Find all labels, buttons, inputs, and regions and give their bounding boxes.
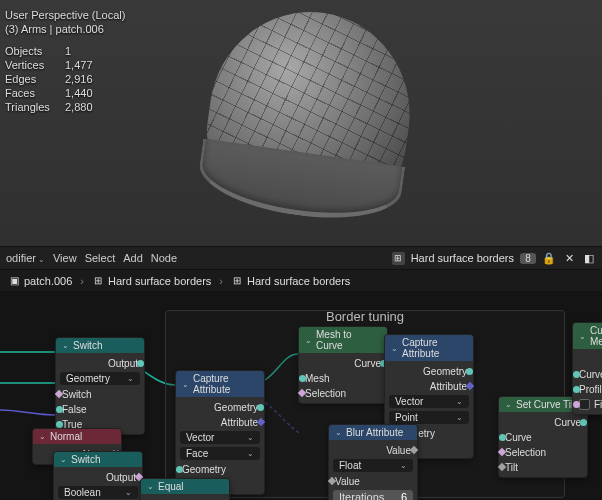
node-header[interactable]: Blur Attribute (329, 425, 417, 440)
fill-caps-checkbox[interactable] (579, 399, 590, 410)
menu-node[interactable]: Node (151, 252, 177, 264)
bc-object[interactable]: patch.006 (24, 275, 72, 287)
fake-user-icon[interactable]: 🔒 (542, 251, 556, 265)
switch-type-dropdown[interactable]: Boolean (58, 486, 138, 499)
users-badge[interactable]: 8 (520, 253, 536, 264)
capture-domain-dropdown[interactable]: Face (180, 447, 260, 460)
node-blur-attribute[interactable]: Blur Attribute Value Float Value Iterati… (328, 424, 418, 500)
mesh-icon: ▣ (8, 275, 20, 287)
node-header[interactable]: Normal (33, 429, 121, 444)
mesh-preview (190, 2, 430, 242)
menu-view[interactable]: View (53, 252, 77, 264)
capture-domain-dropdown[interactable]: Point (389, 411, 469, 424)
node-header[interactable]: Equal (141, 479, 229, 494)
node-mesh-to-curve[interactable]: Mesh to Curve Curve Mesh Selection (298, 326, 388, 404)
node-switch-boolean[interactable]: Switch Output Boolean Switch False True (53, 451, 143, 500)
node-editor-canvas[interactable]: Border tuning Switch Output Geometry Swi… (0, 292, 602, 500)
node-curve-to-mesh[interactable]: Curve to Mesh Mesh Curve Profile Curve F… (572, 322, 602, 415)
perspective-label: User Perspective (Local) (5, 8, 125, 22)
node-switch-geometry[interactable]: Switch Output Geometry Switch False True (55, 337, 145, 435)
capture-type-dropdown[interactable]: Vector (389, 395, 469, 408)
viewport-3d[interactable]: User Perspective (Local) (3) Arms | patc… (0, 0, 602, 246)
node-equal[interactable]: Equal Result Vector Direction Equal A B … (140, 478, 230, 500)
modifier-icon: ⊞ (92, 275, 104, 287)
nodetree-name[interactable]: Hard surface borders (411, 252, 514, 264)
stats-overlay: User Perspective (Local) (3) Arms | patc… (5, 8, 125, 114)
modifier-type-dropdown[interactable]: odifier (6, 252, 45, 264)
menu-add[interactable]: Add (123, 252, 143, 264)
menu-select[interactable]: Select (85, 252, 116, 264)
blur-type-dropdown[interactable]: Float (333, 459, 413, 472)
context-label: (3) Arms | patch.006 (5, 22, 125, 36)
frame-title: Border tuning (166, 309, 564, 324)
nodegroup-icon: ⊞ (231, 275, 243, 287)
node-editor-header: odifier View Select Add Node ⊞ Hard surf… (0, 246, 602, 270)
node-header[interactable]: Switch (56, 338, 144, 353)
switch-type-dropdown[interactable]: Geometry (60, 372, 140, 385)
blur-iterations[interactable]: Iterations6 (333, 490, 413, 500)
new-icon[interactable]: ◧ (582, 251, 596, 265)
capture-type-dropdown[interactable]: Vector (180, 431, 260, 444)
bc-modifier[interactable]: Hard surface borders (108, 275, 211, 287)
breadcrumb: ▣patch.006 › ⊞Hard surface borders › ⊞Ha… (0, 270, 602, 292)
node-header[interactable]: Switch (54, 452, 142, 467)
node-header[interactable]: Capture Attribute (385, 335, 473, 361)
node-capture-attribute-1[interactable]: Capture Attribute Geometry Attribute Vec… (175, 370, 265, 495)
nodetree-icon: ⊞ (392, 252, 405, 265)
node-header[interactable]: Capture Attribute (176, 371, 264, 397)
pin-icon[interactable]: ✕ (562, 251, 576, 265)
node-header[interactable]: Curve to Mesh (573, 323, 602, 349)
bc-group[interactable]: Hard surface borders (247, 275, 350, 287)
node-header[interactable]: Mesh to Curve (299, 327, 387, 353)
